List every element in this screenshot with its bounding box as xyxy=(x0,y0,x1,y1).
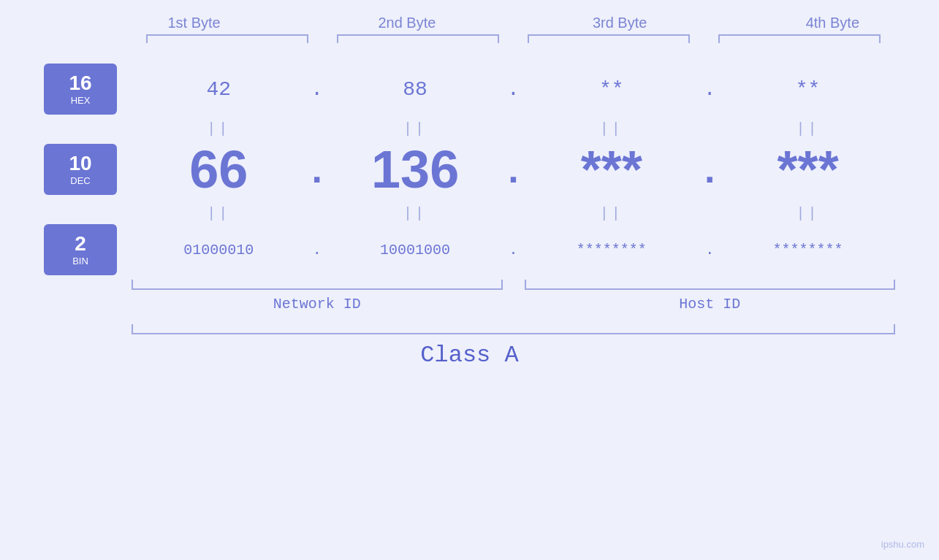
bracket-cell-1 xyxy=(132,34,322,49)
hex-dot3: . xyxy=(699,78,721,101)
byte1-header: 1st Byte xyxy=(88,15,300,34)
byte4-header: 4th Byte xyxy=(726,15,939,34)
hex-b3: ** xyxy=(525,78,699,101)
host-bracket xyxy=(525,280,896,290)
dec-num: 10 xyxy=(69,153,91,175)
bracket-cell-3 xyxy=(514,34,704,49)
hex-label-box: 16 HEX xyxy=(44,64,117,115)
eq3: || xyxy=(525,120,699,137)
eq6: || xyxy=(328,205,503,222)
byte-headers: 1st Byte 2nd Byte 3rd Byte 4th Byte xyxy=(88,15,939,34)
network-id-label: Network ID xyxy=(132,296,503,312)
bracket-cell-4 xyxy=(704,34,895,49)
watermark: ipshu.com xyxy=(881,539,924,550)
hex-base: HEX xyxy=(71,95,91,106)
hex-dot2: . xyxy=(503,78,525,101)
dec-row: 10 DEC 66 . 136 . *** . *** xyxy=(44,139,895,199)
eq1: || xyxy=(132,120,306,137)
byte3-header: 3rd Byte xyxy=(514,15,726,34)
equals-row-2: || || || || xyxy=(132,202,895,224)
id-brackets xyxy=(132,280,895,293)
bin-row: 2 BIN 01000010 . 10001000 . ******** . *… xyxy=(44,224,895,275)
bin-b4: ******** xyxy=(721,242,895,258)
main-container: 1st Byte 2nd Byte 3rd Byte 4th Byte 16 H… xyxy=(0,0,939,560)
dec-base: DEC xyxy=(70,175,90,186)
bin-b1: 01000010 xyxy=(132,242,306,258)
bin-ip-row: 01000010 . 10001000 . ******** . *******… xyxy=(132,242,895,258)
bottom-section: Network ID Host ID Class A xyxy=(44,280,895,369)
full-bracket xyxy=(132,324,895,334)
eq8: || xyxy=(721,205,895,222)
dec-b1: 66 xyxy=(132,139,306,199)
bin-base: BIN xyxy=(72,256,88,266)
bin-dot2: . xyxy=(503,242,525,258)
dec-b2: 136 xyxy=(328,139,503,199)
dec-dot3: . xyxy=(699,147,721,191)
hex-row: 16 HEX 42 . 88 . ** . ** xyxy=(44,64,895,115)
network-bracket xyxy=(132,280,503,290)
dec-dot2: . xyxy=(503,147,525,191)
eq4: || xyxy=(721,120,895,137)
hex-dot1: . xyxy=(306,78,328,101)
equals-row-1: || || || || xyxy=(132,118,895,139)
dec-b3: *** xyxy=(525,139,699,199)
bin-b3: ******** xyxy=(525,242,699,258)
class-label-row: Class A xyxy=(44,342,895,369)
dec-label-box: 10 DEC xyxy=(44,144,117,195)
hex-b4: ** xyxy=(721,78,895,101)
bin-label-box: 2 BIN xyxy=(44,224,117,275)
byte2-header: 2nd Byte xyxy=(300,15,513,34)
hex-num: 16 xyxy=(69,72,91,95)
id-labels: Network ID Host ID xyxy=(132,296,895,312)
hex-b2: 88 xyxy=(328,78,503,101)
top-brackets xyxy=(132,34,895,49)
eq7: || xyxy=(525,205,699,222)
bin-dot3: . xyxy=(699,242,721,258)
class-label: Class A xyxy=(420,342,518,369)
bin-num: 2 xyxy=(75,233,86,256)
dec-b4: *** xyxy=(721,139,895,199)
hex-ip-row: 42 . 88 . ** . ** xyxy=(132,78,895,101)
eq2: || xyxy=(328,120,503,137)
dec-ip-row: 66 . 136 . *** . *** xyxy=(132,139,895,199)
hex-b1: 42 xyxy=(132,78,306,101)
host-id-label: Host ID xyxy=(525,296,896,312)
bin-b2: 10001000 xyxy=(328,242,503,258)
bin-dot1: . xyxy=(306,242,328,258)
eq5: || xyxy=(132,205,306,222)
dec-dot1: . xyxy=(306,147,328,191)
bracket-cell-2 xyxy=(322,34,513,49)
